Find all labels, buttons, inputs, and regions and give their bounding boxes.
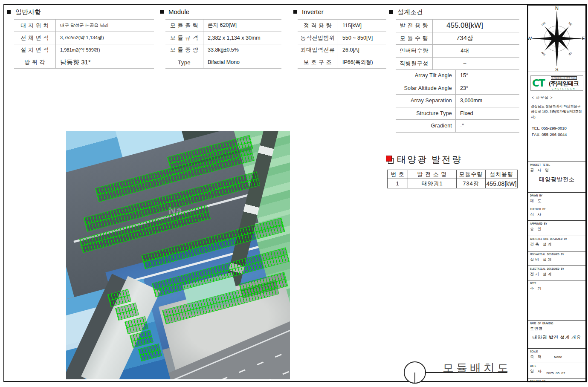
company-section: CT (신재생에너지 전문기업) (주)제일테크 CHEILTECH < 사무실… (528, 75, 585, 162)
fax: FAX. 055-296-0044 (532, 131, 585, 138)
row-value: Fixed (456, 107, 473, 120)
table-row: 보 호 구 조 IP66(옥외형) (298, 56, 386, 69)
row-label: 발 전 용 량 (396, 20, 433, 32)
svg-text:E: E (582, 36, 585, 41)
row-label: Gradient (396, 120, 456, 132)
row-label: 보 호 구 조 (298, 56, 338, 68)
square-bullet-icon (389, 10, 393, 14)
row-label: 정 격 용 량 (298, 20, 338, 32)
table-header-row: 번 호 발 전 소 명 모듈수량 설치용량 (388, 170, 517, 179)
compass-section: N S E W NE NW SE SW (528, 6, 585, 72)
col-header: 설치용량 (486, 170, 517, 179)
svg-text:W: W (528, 36, 532, 41)
col-header: 번 호 (388, 170, 408, 179)
drawing-callout-label: 모듈배치도 (443, 361, 511, 375)
table-row: 설 치 면 적 1,981m2(약 599평) (14, 44, 154, 57)
title-block-sidebar: N S E W NE NW SE SW CT (신재생에너지 전문기업) (주)… (527, 4, 587, 382)
row-label: 설 치 면 적 (14, 44, 56, 56)
tel: TEL. 055-299-0010 (532, 125, 585, 131)
section-title: 일반사항 (15, 8, 41, 16)
row-value: 15° (456, 69, 468, 82)
table-row: 직병렬구성 – (396, 58, 519, 70)
table-row: 모 듈 출 력 론지 620[W] (165, 20, 281, 32)
compass-rose-icon: N S E W NE NW SE SW (528, 6, 585, 72)
design-table-detail: Array Tilt Angle 15° Solar Altitude Angl… (396, 69, 519, 133)
cell-capacity: 455.08[kW] (486, 179, 517, 188)
svg-text:SE: SE (568, 52, 573, 57)
office-address: 경상남도 창원특례시 마산회원구 금강로 185, 3층(영가빌딩제2호청사) (531, 104, 585, 120)
overlapping-squares-icon (386, 156, 394, 163)
company-badge: (신재생에너지 전문기업) (551, 76, 577, 80)
company-logo-ct-icon: CT (532, 78, 545, 88)
row-value: 550 ~ 850[V] (338, 32, 373, 44)
row-label: 직병렬구성 (396, 58, 433, 70)
table-row: 모 듈 규 격 2,382 x 1,134 x 30mm (165, 32, 281, 44)
inverter-table: 정 격 용 량 115[kW] 동작전압범위 550 ~ 850[V] 최대입력… (298, 19, 386, 69)
block-date: DATE 일 자 2025. 05. 07. (528, 363, 585, 378)
block-checked-by: CHECKED BY 심 사 (528, 206, 585, 220)
section-title: Inverter (302, 8, 324, 15)
cell-plant-name: 태양광1 (408, 179, 457, 188)
project-title-value: 태양광발전소 (528, 176, 585, 183)
row-value: 3,752m2(약 1,134평) (56, 32, 104, 44)
block-approved-by: APPROVED BY 승 인 (528, 220, 585, 236)
section-heading-design: 설계조건 (389, 8, 423, 16)
section-heading-inverter: Inverter (293, 8, 324, 15)
row-label: 전 체 면 적 (14, 32, 56, 44)
row-value: 2,382 x 1,134 x 30mm (203, 32, 261, 44)
row-value: 115[kW] (338, 20, 362, 32)
office-contact: TEL. 055-299-0010 FAX. 055-296-0044 (532, 125, 585, 138)
square-bullet-icon (7, 10, 11, 14)
svg-text:NW: NW (541, 21, 546, 26)
block-architecture: ARCHITECTURE DESIGNED BY 건축 설계 (528, 236, 585, 251)
row-value: IP66(옥외형) (338, 56, 373, 68)
row-label: 모 듈 규 격 (165, 32, 203, 44)
block-mechanical: MECHANICAL DESIGNED BY 설비 설계 (528, 251, 585, 266)
row-value: 23° (456, 82, 468, 95)
row-label: 모 듈 출 력 (165, 20, 203, 32)
company-logo: CT (신재생에너지 전문기업) (주)제일테크 CHEILTECH (530, 75, 583, 91)
table-row: 전 체 면 적 3,752m2(약 1,134평) (14, 32, 154, 44)
module-table: 모 듈 출 력 론지 620[W] 모 듈 규 격 2,382 x 1,134 … (165, 19, 281, 69)
row-value: 3,000mm (456, 95, 482, 107)
square-bullet-icon (160, 10, 164, 14)
row-value: 1,981m2(약 599평) (56, 44, 100, 56)
col-header: 모듈수량 (457, 170, 486, 179)
table-row: 동작전압범위 550 ~ 850[V] (298, 32, 386, 44)
table-row: Array Separation 3,000mm (396, 95, 519, 107)
row-value: – (433, 58, 497, 70)
block-project-title: PROJECT TITEL 공 사 명 태양광발전소 (528, 162, 585, 192)
row-label: 대 지 위 치 (14, 20, 56, 32)
row-value: Bifacial Mono (203, 56, 240, 68)
cell-no: 1 (388, 179, 408, 188)
solar-panel-array (138, 344, 162, 361)
row-label: Structure Type (396, 107, 456, 120)
row-value: 26.0[A] (338, 44, 359, 56)
general-table: 대 지 위 치 대구 달성군 논공읍 북리 전 체 면 적 3,752m2(약 … (14, 19, 154, 69)
table-row: Structure Type Fixed (396, 107, 519, 120)
solar-panel-array (107, 289, 131, 307)
svg-text:NE: NE (568, 21, 573, 26)
company-name: (주)제일테크 (549, 80, 579, 87)
block-note: NOTE 주 기 (528, 280, 585, 320)
row-label: Type (165, 56, 203, 68)
date-value: 2025. 05. 07. (546, 371, 566, 375)
section-title: Module (168, 8, 189, 15)
table-row: 대 지 위 치 대구 달성군 논공읍 북리 (14, 20, 154, 32)
row-label: Array Tilt Angle (396, 69, 456, 82)
table-row: 모 듈 중 량 33.8kg±0.5% (165, 44, 281, 57)
row-label: Solar Altitude Angle (396, 82, 456, 95)
row-value: 33.8kg±0.5% (203, 44, 239, 56)
solar-panel-array (115, 303, 139, 321)
row-label: 인버터수량 (396, 45, 433, 57)
svg-text:S: S (555, 67, 558, 72)
col-header: 발 전 소 명 (408, 170, 457, 179)
section-title: 설계조건 (397, 8, 423, 16)
section-heading-general: 일반사항 (7, 8, 41, 16)
table-row: Gradient -° (396, 120, 519, 133)
generation-heading: 태양광 발전량 (386, 153, 462, 165)
section-heading-module: Module (160, 8, 189, 15)
drawing-name-value: 태양광 발전 설계 개요 (528, 334, 585, 341)
svg-text:SW: SW (541, 51, 546, 56)
row-label: 방 위 각 (14, 56, 56, 68)
